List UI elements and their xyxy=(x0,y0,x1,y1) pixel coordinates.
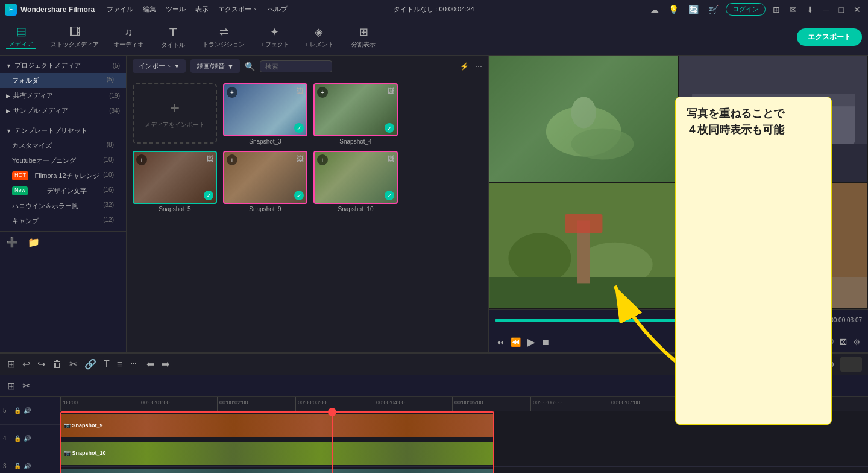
cut-icon[interactable]: ✂ xyxy=(69,358,77,370)
zoom-in-icon[interactable]: ⊕ xyxy=(826,358,834,370)
cloud-icon[interactable]: ☁ xyxy=(650,5,659,14)
lightbulb-icon[interactable]: 💡 xyxy=(668,5,679,14)
lock-icon-3[interactable]: 🔒 xyxy=(14,463,21,469)
zoom-out-icon[interactable]: ⊖ xyxy=(781,358,788,370)
sidebar-shared[interactable]: ▶ 共有メディア (19) xyxy=(0,88,126,103)
clip-snapshot5[interactable]: 📷 Snapshot_5 xyxy=(60,469,494,473)
clip-snapshot10[interactable]: 📷 Snapshot_10 xyxy=(60,442,494,465)
settings-icon[interactable]: ⚙ xyxy=(853,337,861,347)
sidebar-sample[interactable]: ▶ サンプル メディア (84) xyxy=(0,103,126,118)
sidebar-template-header[interactable]: ▼ テンプレートプリセット xyxy=(0,123,126,138)
add-folder-icon[interactable]: ➕ xyxy=(6,237,18,248)
delete-icon[interactable]: 🗑 xyxy=(52,359,62,370)
timeline-grid-icon[interactable]: ⊞ xyxy=(7,358,15,370)
download-icon[interactable]: ⬇ xyxy=(807,5,814,14)
progress-handle[interactable] xyxy=(705,317,712,324)
tool-media[interactable]: ▤ メディア xyxy=(6,25,36,49)
minimize-icon[interactable]: ─ xyxy=(823,5,829,14)
timeline-color-icon[interactable]: ⊛ xyxy=(750,358,758,370)
ruler-3: 00:00:03:00 xyxy=(295,397,327,411)
mic-icon[interactable]: 🎙 xyxy=(714,359,724,370)
text-icon[interactable]: T xyxy=(104,359,110,370)
crop-icon[interactable]: ⚄ xyxy=(840,337,847,347)
refresh-icon[interactable]: 🔄 xyxy=(688,5,699,14)
vol-icon-5[interactable]: 🔊 xyxy=(24,407,31,414)
tool-audio[interactable]: ♫ オーディオ xyxy=(113,26,143,49)
motion-right-icon[interactable]: ➡ xyxy=(162,358,169,370)
align-icon[interactable]: ≡ xyxy=(117,359,122,370)
motion-left-icon[interactable]: ⬅ xyxy=(146,358,154,370)
mail-icon[interactable]: ✉ xyxy=(790,5,797,14)
sidebar-item-filmora12[interactable]: HOT Filmora 12チャレンジ (10) xyxy=(0,168,126,183)
shopping-icon[interactable]: 🛒 xyxy=(708,5,719,14)
login-button[interactable]: ログイン xyxy=(726,3,766,16)
add-icon4[interactable]: + xyxy=(227,154,237,165)
link-icon[interactable]: 🔗 xyxy=(84,358,96,370)
zoom-slider[interactable]: ━━●━━ xyxy=(797,360,818,369)
folder-icon[interactable]: 📁 xyxy=(28,237,40,248)
progress-bar[interactable] xyxy=(495,319,805,322)
screenshot-icon[interactable]: 📷 xyxy=(807,337,817,347)
tool-effect[interactable]: ✦ エフェクト xyxy=(259,25,289,49)
menu-file[interactable]: ファイル xyxy=(107,5,133,14)
sidebar-header-project[interactable]: ▼ プロジェクトメディア (5) xyxy=(0,58,126,73)
bracket-left-icon[interactable]: { xyxy=(810,316,813,325)
menu-edit[interactable]: 編集 xyxy=(143,5,156,14)
wave-icon[interactable]: 〰 xyxy=(130,359,139,370)
clip-snapshot9[interactable]: 📷 Snapshot_9 xyxy=(60,414,494,437)
stop-icon[interactable]: ⏹ xyxy=(541,337,550,347)
sidebar-item-customize[interactable]: カスタマイズ (8) xyxy=(0,138,126,153)
grid-view-icon[interactable]: ⋯ xyxy=(475,62,482,71)
skip-back-icon[interactable]: ⏮ xyxy=(496,337,505,347)
sidebar-item-halloween[interactable]: ハロウイン＆ホラー風 (32) xyxy=(0,198,126,214)
import-button[interactable]: インポート ▼ xyxy=(133,59,186,73)
search-input[interactable] xyxy=(260,60,332,72)
add-icon[interactable]: + xyxy=(227,87,237,98)
bracket-right-icon[interactable]: } xyxy=(817,316,820,325)
quality-select[interactable]: フル xyxy=(758,337,788,348)
step-back-icon[interactable]: ⏪ xyxy=(511,337,521,347)
media-item-snapshot5[interactable]: 🖼 + ✓ Snapshot_5 xyxy=(133,151,217,212)
close-icon[interactable]: ✕ xyxy=(854,5,861,14)
sidebar-item-camp[interactable]: キャンプ (12) xyxy=(0,214,126,229)
fullscreen-icon[interactable]: ⛶ xyxy=(793,337,801,347)
export-button[interactable]: エクスポート xyxy=(797,28,862,46)
sidebar-item-folder[interactable]: フォルダ (5) xyxy=(0,73,126,88)
media-item-snapshot4[interactable]: 🖼 + ✓ Snapshot_4 xyxy=(313,83,398,145)
maximize-icon[interactable]: □ xyxy=(839,5,844,14)
add-icon3[interactable]: + xyxy=(136,154,147,165)
volume-icon[interactable]: 🔊 xyxy=(823,337,834,347)
menu-tools[interactable]: ツール xyxy=(166,5,186,14)
add-icon5[interactable]: + xyxy=(317,154,328,165)
redo-icon[interactable]: ↪ xyxy=(37,358,45,370)
import-placeholder[interactable]: + メディアをインポート xyxy=(133,83,217,144)
split-view-icon[interactable]: ⊟ xyxy=(766,358,773,370)
play-icon[interactable]: ▶ xyxy=(527,335,535,349)
add-icon2[interactable]: + xyxy=(317,87,328,98)
grid-icon[interactable]: ⊞ xyxy=(773,5,780,14)
vol-icon-4[interactable]: 🔊 xyxy=(24,435,31,442)
tool-transition[interactable]: ⇌ トランジション xyxy=(203,25,245,49)
vol-icon-3[interactable]: 🔊 xyxy=(24,463,31,469)
menu-view[interactable]: 表示 xyxy=(195,5,209,14)
menu-help[interactable]: ヘルプ xyxy=(268,5,288,14)
undo-icon[interactable]: ↩ xyxy=(22,358,30,370)
add-track-icon[interactable]: ⊞ xyxy=(7,380,15,392)
sidebar-item-youtube[interactable]: Youtubeオープニング (10) xyxy=(0,153,126,168)
filter-icon[interactable]: ⚡ xyxy=(460,62,469,71)
tool-element[interactable]: ◈ エレメント xyxy=(304,25,334,49)
media-item-snapshot9[interactable]: 🖼 + ✓ Snapshot_9 xyxy=(223,151,307,212)
music-icon[interactable]: 🎵 xyxy=(731,358,743,370)
sidebar-item-design[interactable]: New デザイン文字 (16) xyxy=(0,183,126,198)
media-item-snapshot10[interactable]: 🖼 + ✓ Snapshot_10 xyxy=(313,151,398,212)
lock-icon-5[interactable]: 🔒 xyxy=(14,407,21,414)
tool-stock[interactable]: 🎞 ストックメディア xyxy=(51,26,99,49)
menu-export[interactable]: エクスポート xyxy=(218,5,258,14)
record-button[interactable]: 録画/録音 ▼ xyxy=(190,59,240,73)
tool-title[interactable]: T タイトル xyxy=(158,25,188,49)
media-item-snapshot3[interactable]: 🖼 + ✓ Snapshot_3 xyxy=(223,83,307,145)
playhead[interactable] xyxy=(332,411,333,473)
lock-icon-4[interactable]: 🔒 xyxy=(14,435,21,442)
tool-split[interactable]: ⊞ 分割表示 xyxy=(348,25,379,49)
scissors-icon[interactable]: ✂ xyxy=(22,380,30,392)
